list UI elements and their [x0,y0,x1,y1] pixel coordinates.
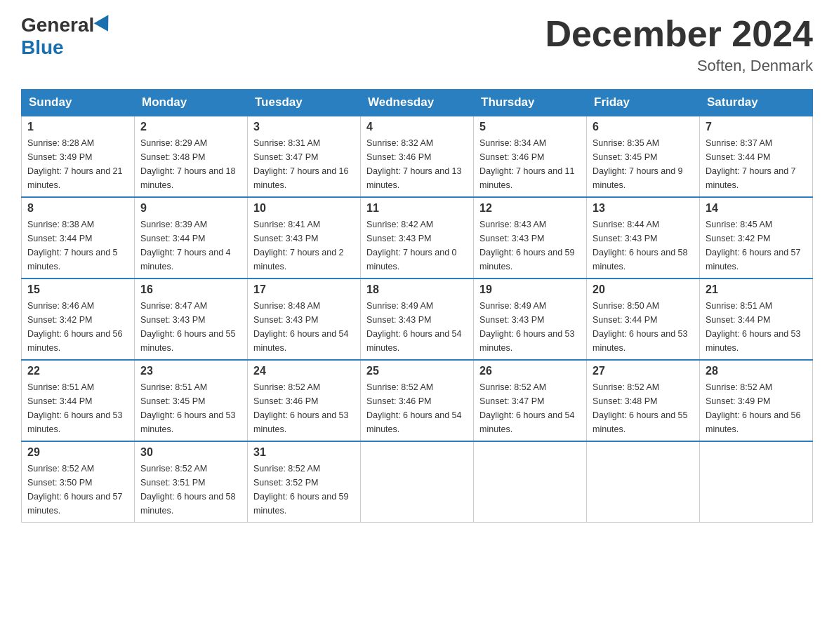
day-info: Sunrise: 8:52 AM Sunset: 3:46 PM Dayligh… [366,380,468,436]
day-number: 7 [706,121,807,133]
table-row: 1 Sunrise: 8:28 AM Sunset: 3:49 PM Dayli… [22,116,135,197]
logo: General Blue [21,14,115,59]
table-row: 15 Sunrise: 8:46 AM Sunset: 3:42 PM Dayl… [22,279,135,360]
day-info: Sunrise: 8:28 AM Sunset: 3:49 PM Dayligh… [27,136,128,192]
header-monday: Monday [135,90,248,116]
day-info: Sunrise: 8:34 AM Sunset: 3:46 PM Dayligh… [479,136,581,192]
calendar-week-row: 15 Sunrise: 8:46 AM Sunset: 3:42 PM Dayl… [22,279,813,360]
day-number: 31 [253,446,355,459]
day-number: 4 [366,121,468,133]
day-info: Sunrise: 8:41 AM Sunset: 3:43 PM Dayligh… [253,217,355,274]
logo-blue-text: Blue [21,36,64,58]
table-row: 6 Sunrise: 8:35 AM Sunset: 3:45 PM Dayli… [587,116,700,197]
table-row: 28 Sunrise: 8:52 AM Sunset: 3:49 PM Dayl… [700,360,813,441]
calendar-week-row: 29 Sunrise: 8:52 AM Sunset: 3:50 PM Dayl… [22,441,813,523]
day-info: Sunrise: 8:39 AM Sunset: 3:44 PM Dayligh… [140,217,241,274]
table-row: 31 Sunrise: 8:52 AM Sunset: 3:52 PM Dayl… [248,441,361,523]
page-header: General Blue December 2024 Soften, Denma… [21,14,813,75]
day-number: 16 [140,283,241,296]
day-number: 20 [593,283,694,296]
day-info: Sunrise: 8:47 AM Sunset: 3:43 PM Dayligh… [140,299,241,355]
day-info: Sunrise: 8:32 AM Sunset: 3:46 PM Dayligh… [366,136,468,192]
table-row: 11 Sunrise: 8:42 AM Sunset: 3:43 PM Dayl… [361,197,474,279]
day-info: Sunrise: 8:51 AM Sunset: 3:44 PM Dayligh… [27,380,128,436]
location-label: Soften, Denmark [545,57,813,75]
table-row [361,441,474,523]
table-row: 22 Sunrise: 8:51 AM Sunset: 3:44 PM Dayl… [22,360,135,441]
table-row: 27 Sunrise: 8:52 AM Sunset: 3:48 PM Dayl… [587,360,700,441]
table-row: 5 Sunrise: 8:34 AM Sunset: 3:46 PM Dayli… [474,116,587,197]
table-row [587,441,700,523]
header-thursday: Thursday [474,90,587,116]
day-number: 13 [593,202,694,215]
calendar-table: Sunday Monday Tuesday Wednesday Thursday… [21,89,813,523]
table-row: 19 Sunrise: 8:49 AM Sunset: 3:43 PM Dayl… [474,279,587,360]
day-number: 26 [479,365,581,377]
day-number: 17 [253,283,355,296]
day-info: Sunrise: 8:29 AM Sunset: 3:48 PM Dayligh… [140,136,241,192]
day-info: Sunrise: 8:49 AM Sunset: 3:43 PM Dayligh… [479,299,581,355]
header-tuesday: Tuesday [248,90,361,116]
day-info: Sunrise: 8:37 AM Sunset: 3:44 PM Dayligh… [706,136,807,192]
header-saturday: Saturday [700,90,813,116]
logo-general-text: General [21,14,94,36]
day-info: Sunrise: 8:31 AM Sunset: 3:47 PM Dayligh… [253,136,355,192]
day-info: Sunrise: 8:52 AM Sunset: 3:49 PM Dayligh… [706,380,807,436]
day-info: Sunrise: 8:44 AM Sunset: 3:43 PM Dayligh… [593,217,694,274]
table-row: 30 Sunrise: 8:52 AM Sunset: 3:51 PM Dayl… [135,441,248,523]
table-row: 20 Sunrise: 8:50 AM Sunset: 3:44 PM Dayl… [587,279,700,360]
logo-arrow-icon [94,15,116,35]
table-row: 4 Sunrise: 8:32 AM Sunset: 3:46 PM Dayli… [361,116,474,197]
table-row: 7 Sunrise: 8:37 AM Sunset: 3:44 PM Dayli… [700,116,813,197]
table-row: 25 Sunrise: 8:52 AM Sunset: 3:46 PM Dayl… [361,360,474,441]
table-row: 3 Sunrise: 8:31 AM Sunset: 3:47 PM Dayli… [248,116,361,197]
day-number: 25 [366,365,468,377]
day-number: 6 [593,121,694,133]
table-row: 14 Sunrise: 8:45 AM Sunset: 3:42 PM Dayl… [700,197,813,279]
day-number: 19 [479,283,581,296]
table-row: 13 Sunrise: 8:44 AM Sunset: 3:43 PM Dayl… [587,197,700,279]
day-info: Sunrise: 8:46 AM Sunset: 3:42 PM Dayligh… [27,299,128,355]
day-number: 24 [253,365,355,377]
day-info: Sunrise: 8:52 AM Sunset: 3:46 PM Dayligh… [253,380,355,436]
day-info: Sunrise: 8:48 AM Sunset: 3:43 PM Dayligh… [253,299,355,355]
table-row: 2 Sunrise: 8:29 AM Sunset: 3:48 PM Dayli… [135,116,248,197]
table-row: 9 Sunrise: 8:39 AM Sunset: 3:44 PM Dayli… [135,197,248,279]
day-number: 29 [27,446,128,459]
table-row: 16 Sunrise: 8:47 AM Sunset: 3:43 PM Dayl… [135,279,248,360]
day-info: Sunrise: 8:52 AM Sunset: 3:52 PM Dayligh… [253,462,355,518]
table-row: 18 Sunrise: 8:49 AM Sunset: 3:43 PM Dayl… [361,279,474,360]
day-info: Sunrise: 8:42 AM Sunset: 3:43 PM Dayligh… [366,217,468,274]
month-title: December 2024 [545,14,813,54]
day-info: Sunrise: 8:38 AM Sunset: 3:44 PM Dayligh… [27,217,128,274]
calendar-header-row: Sunday Monday Tuesday Wednesday Thursday… [22,90,813,116]
day-number: 23 [140,365,241,377]
calendar-week-row: 22 Sunrise: 8:51 AM Sunset: 3:44 PM Dayl… [22,360,813,441]
table-row [700,441,813,523]
day-number: 12 [479,202,581,215]
table-row: 23 Sunrise: 8:51 AM Sunset: 3:45 PM Dayl… [135,360,248,441]
day-number: 1 [27,121,128,133]
day-number: 3 [253,121,355,133]
calendar-week-row: 1 Sunrise: 8:28 AM Sunset: 3:49 PM Dayli… [22,116,813,197]
table-row: 10 Sunrise: 8:41 AM Sunset: 3:43 PM Dayl… [248,197,361,279]
day-number: 22 [27,365,128,377]
day-number: 30 [140,446,241,459]
header-sunday: Sunday [22,90,135,116]
day-number: 11 [366,202,468,215]
day-number: 15 [27,283,128,296]
day-number: 14 [706,202,807,215]
table-row [474,441,587,523]
day-info: Sunrise: 8:52 AM Sunset: 3:51 PM Dayligh… [140,462,241,518]
day-number: 9 [140,202,241,215]
header-wednesday: Wednesday [361,90,474,116]
table-row: 12 Sunrise: 8:43 AM Sunset: 3:43 PM Dayl… [474,197,587,279]
table-row: 24 Sunrise: 8:52 AM Sunset: 3:46 PM Dayl… [248,360,361,441]
table-row: 26 Sunrise: 8:52 AM Sunset: 3:47 PM Dayl… [474,360,587,441]
day-info: Sunrise: 8:43 AM Sunset: 3:43 PM Dayligh… [479,217,581,274]
day-info: Sunrise: 8:52 AM Sunset: 3:50 PM Dayligh… [27,462,128,518]
table-row: 29 Sunrise: 8:52 AM Sunset: 3:50 PM Dayl… [22,441,135,523]
day-info: Sunrise: 8:51 AM Sunset: 3:44 PM Dayligh… [706,299,807,355]
day-number: 5 [479,121,581,133]
day-info: Sunrise: 8:52 AM Sunset: 3:48 PM Dayligh… [593,380,694,436]
